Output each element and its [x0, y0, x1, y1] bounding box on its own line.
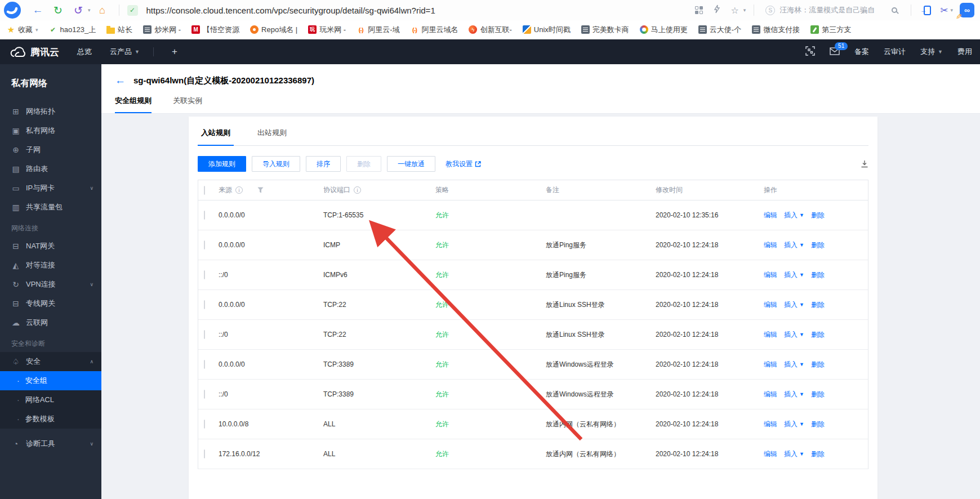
edit-link[interactable]: 编辑 [764, 300, 777, 310]
delete-link[interactable]: 删除 [811, 360, 825, 369]
home-button[interactable]: ⌂ [94, 2, 111, 18]
add-shortcut-button[interactable]: + [172, 46, 177, 57]
delete-button[interactable]: 删除 [346, 156, 381, 172]
teach-me-link[interactable]: 教我设置 [446, 159, 481, 169]
insert-link[interactable]: 插入▼ [784, 390, 804, 399]
screenshot-dropdown-caret-icon[interactable]: ▾ [950, 7, 953, 13]
topnav-link-billing[interactable]: 费用 [957, 47, 972, 57]
import-rule-button[interactable]: 导入规则 [252, 156, 300, 172]
sidebar-item[interactable]: 诊断工具 ∨ [0, 434, 101, 453]
sidebar-item[interactable]: 私有网络 [0, 121, 101, 140]
sidebar-item[interactable]: 安全 ∧ [0, 352, 101, 371]
info-icon[interactable] [354, 186, 361, 194]
insert-link[interactable]: 插入▼ [784, 449, 804, 459]
download-icon[interactable] [861, 160, 868, 170]
messages-button[interactable]: 51 [830, 47, 840, 57]
insert-link[interactable]: 插入▼ [784, 270, 804, 280]
delete-link[interactable]: 删除 [811, 270, 825, 280]
search-suggestion-text[interactable]: 汪海林：流量模式是自己骗自 [779, 5, 887, 15]
lightning-icon[interactable] [710, 5, 724, 16]
insert-link[interactable]: 插入▼ [784, 300, 804, 310]
bookmark-caret-icon[interactable]: ▾ [35, 27, 38, 33]
sidebar-item[interactable]: 子网 [0, 140, 101, 159]
row-checkbox[interactable] [204, 240, 205, 249]
edit-link[interactable]: 编辑 [764, 211, 777, 220]
insert-link[interactable]: 插入▼ [784, 240, 804, 250]
undo-dropdown-caret-icon[interactable]: ▾ [88, 7, 91, 13]
row-checkbox[interactable] [204, 300, 205, 309]
insert-link[interactable]: 插入▼ [784, 211, 804, 220]
delete-link[interactable]: 删除 [811, 330, 825, 340]
delete-link[interactable]: 删除 [811, 390, 825, 399]
edit-link[interactable]: 编辑 [764, 449, 777, 459]
row-checkbox[interactable] [204, 360, 205, 369]
bookmark-item[interactable]: 创新互联- [469, 25, 511, 35]
row-checkbox[interactable] [204, 270, 205, 279]
bookmark-item[interactable]: 炒米网 - [143, 25, 181, 35]
bookmark-item[interactable]: 站长 [106, 25, 132, 35]
add-rule-button[interactable]: 添加规则 [198, 156, 246, 172]
sidebar-item[interactable]: 专线网关 [0, 294, 101, 313]
bookmark-item[interactable]: 云大使-个 [698, 25, 741, 35]
sidebar-subitem[interactable]: · 参数模板 [0, 409, 101, 429]
apps-grid-icon[interactable] [695, 6, 703, 14]
back-button[interactable]: ← [29, 2, 46, 18]
tab-security-group-rules[interactable]: 安全组规则 [115, 96, 152, 113]
bookmark-item[interactable]: Unix时间戳 [523, 25, 571, 35]
refresh-button[interactable]: ↻ [50, 2, 66, 18]
ssl-shield-icon[interactable]: ✓ [127, 5, 138, 16]
topnav-item-products[interactable]: 云产品▼ [110, 47, 140, 57]
tab-associated-instances[interactable]: 关联实例 [173, 96, 202, 113]
browser-account-icon[interactable]: ∞ [960, 3, 974, 17]
tab-outbound-rules[interactable]: 出站规则 [254, 128, 290, 145]
bookmark-item[interactable]: 【悟空资源 [191, 25, 239, 35]
insert-link[interactable]: 插入▼ [784, 360, 804, 369]
sidebar-item[interactable]: IP与网卡 ∨ [0, 179, 101, 198]
bookmark-item[interactable]: 微信支付接 [752, 25, 800, 35]
screenshot-scissors-icon[interactable]: ✂ [940, 5, 948, 16]
topnav-link-cloudaudit[interactable]: 云审计 [884, 47, 906, 57]
topnav-item-overview[interactable]: 总览 [77, 47, 92, 57]
sidebar-item[interactable]: 共享流量包 [0, 198, 101, 217]
delete-link[interactable]: 删除 [811, 420, 825, 429]
row-checkbox[interactable] [204, 390, 205, 399]
tencent-cloud-logo[interactable]: 腾讯云 [10, 46, 59, 59]
bookmark-item[interactable]: 马上使用更 [640, 25, 688, 35]
search-icon[interactable] [892, 7, 897, 13]
edit-link[interactable]: 编辑 [764, 420, 777, 429]
delete-link[interactable]: 删除 [811, 449, 825, 459]
filter-funnel-icon[interactable] [257, 187, 264, 193]
row-checkbox[interactable] [204, 449, 205, 458]
back-arrow-button[interactable]: ← [115, 74, 126, 87]
sidebar-subitem[interactable]: · 网络ACL [0, 390, 101, 409]
sidebar-subitem[interactable]: · 安全组 [0, 371, 101, 390]
phone-login-icon[interactable] [924, 6, 931, 15]
sidebar-item[interactable]: 对等连接 [0, 256, 101, 275]
bookmark-item[interactable]: 阿里云域名 [410, 25, 458, 35]
bookmark-item[interactable]: 阿里云-域 [357, 25, 399, 35]
sidebar-item[interactable]: VPN连接 ∨ [0, 275, 101, 294]
row-checkbox[interactable] [204, 420, 205, 429]
sort-button[interactable]: 排序 [306, 156, 341, 172]
insert-link[interactable]: 插入▼ [784, 420, 804, 429]
edit-link[interactable]: 编辑 [764, 330, 777, 340]
insert-link[interactable]: 插入▼ [784, 330, 804, 340]
sidebar-item[interactable]: 网络拓扑 [0, 102, 101, 121]
scan-icon[interactable] [805, 46, 815, 57]
sidebar-item[interactable]: NAT网关 [0, 237, 101, 256]
tab-inbound-rules[interactable]: 入站规则 [198, 128, 234, 146]
bookmark-item[interactable]: 收藏 ▾ [7, 25, 38, 35]
bookmark-item[interactable]: 完美数卡商 [581, 25, 629, 35]
bookmark-item[interactable]: 玩米网 - [308, 25, 346, 35]
url-bar[interactable]: https://console.cloud.tencent.com/vpc/se… [146, 6, 688, 15]
delete-link[interactable]: 删除 [811, 300, 825, 310]
bookmark-item[interactable]: Repo域名 | [250, 25, 297, 35]
undo-button[interactable]: ↺ [70, 2, 87, 18]
browser-logo-icon[interactable] [3, 1, 21, 19]
row-checkbox[interactable] [204, 211, 205, 220]
open-all-button[interactable]: 一键放通 [387, 156, 435, 172]
delete-link[interactable]: 删除 [811, 240, 825, 250]
bookmark-item[interactable]: 第三方支 [810, 25, 851, 35]
edit-link[interactable]: 编辑 [764, 390, 777, 399]
sidebar-item[interactable]: 云联网 [0, 313, 101, 332]
